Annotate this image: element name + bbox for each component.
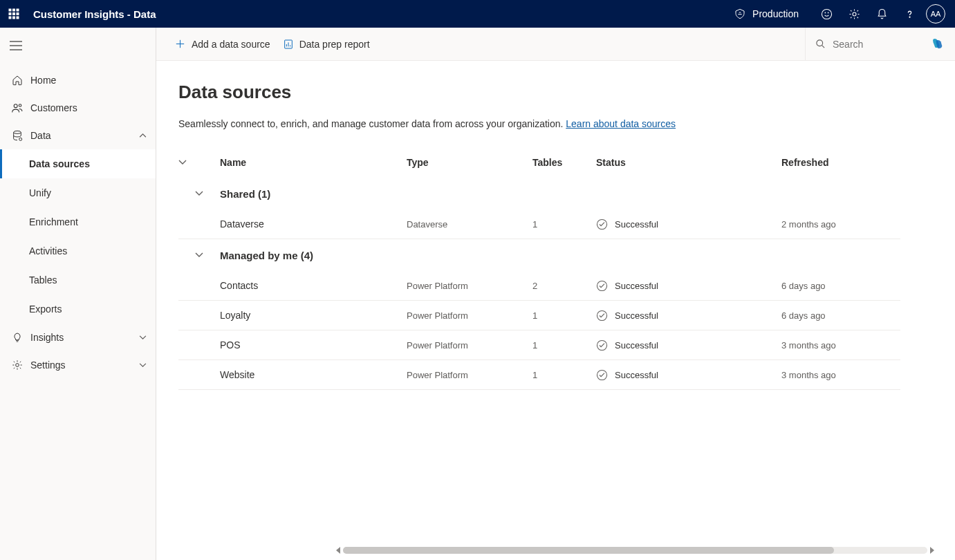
row-refreshed: 2 months ago — [781, 219, 900, 230]
svg-point-20 — [19, 138, 22, 140]
svg-rect-7 — [13, 17, 15, 19]
sidebar-toggle[interactable] — [10, 41, 24, 50]
column-expand-header[interactable] — [178, 160, 220, 165]
chevron-down-icon — [195, 191, 203, 196]
sidebar-subitem-unify[interactable]: Unify — [0, 178, 156, 207]
sidebar-label: Settings — [30, 360, 139, 371]
scroll-thumb[interactable] — [343, 547, 834, 554]
grid-row-pos[interactable]: POS Power Platform 1 Successful 3 months… — [178, 330, 900, 360]
command-bar: Add a data source Data prep report — [156, 28, 955, 61]
grid-row-dataverse[interactable]: Dataverse Dataverse 1 Successful 2 month… — [178, 209, 900, 239]
svg-point-19 — [14, 131, 21, 133]
environment-label: Production — [752, 8, 799, 19]
column-refreshed-header[interactable]: Refreshed — [781, 157, 900, 168]
sidebar-subitem-data-sources[interactable]: Data sources — [0, 149, 156, 178]
sidebar-subitem-enrichment[interactable]: Enrichment — [0, 207, 156, 236]
feedback-button[interactable] — [813, 0, 840, 28]
status-text: Successful — [615, 281, 658, 291]
check-circle-icon — [596, 339, 608, 351]
row-refreshed: 3 months ago — [781, 370, 900, 380]
svg-point-17 — [14, 104, 17, 108]
row-tables: 1 — [532, 219, 596, 230]
sidebar-subitem-exports[interactable]: Exports — [0, 295, 156, 324]
user-avatar[interactable]: AA — [926, 4, 945, 24]
row-type: Dataverse — [407, 219, 532, 230]
data-prep-report-label: Data prep report — [299, 39, 370, 50]
column-tables-header[interactable]: Tables — [532, 157, 596, 168]
svg-rect-4 — [13, 13, 15, 15]
chevron-down-icon — [139, 335, 147, 340]
grid-row-loyalty[interactable]: Loyalty Power Platform 1 Successful 6 da… — [178, 301, 900, 330]
svg-rect-3 — [9, 13, 11, 15]
sidebar-item-insights[interactable]: Insights — [0, 324, 156, 351]
row-name: Loyalty — [220, 310, 407, 321]
add-data-source-button[interactable]: Add a data source — [174, 38, 270, 50]
svg-rect-8 — [17, 17, 19, 19]
svg-point-10 — [825, 12, 826, 13]
sidebar-item-settings[interactable]: Settings — [0, 351, 156, 379]
sidebar-item-customers[interactable]: Customers — [0, 94, 156, 122]
status-text: Successful — [615, 370, 658, 380]
row-refreshed: 6 days ago — [781, 310, 900, 321]
row-status: Successful — [596, 310, 781, 321]
data-icon — [11, 130, 24, 141]
search-icon — [815, 39, 826, 49]
row-status: Successful — [596, 218, 781, 230]
check-circle-icon — [596, 218, 608, 230]
grid-row-website[interactable]: Website Power Platform 1 Successful 3 mo… — [178, 360, 900, 390]
data-sources-grid: Name Type Tables Status Refreshed Shared… — [178, 147, 900, 390]
row-type: Power Platform — [407, 310, 532, 321]
settings-button[interactable] — [840, 0, 868, 28]
sidebar-sublabel: Unify — [29, 187, 51, 198]
search-input[interactable] — [831, 38, 914, 50]
svg-rect-0 — [9, 9, 11, 11]
row-name: Website — [220, 369, 407, 380]
svg-rect-5 — [17, 13, 19, 15]
grid-row-contacts[interactable]: Contacts Power Platform 2 Successful 6 d… — [178, 271, 900, 301]
group-toggle[interactable] — [178, 191, 220, 196]
svg-point-18 — [19, 104, 21, 107]
horizontal-scrollbar[interactable] — [336, 545, 934, 556]
check-circle-icon — [596, 280, 608, 292]
environment-picker[interactable]: Production — [721, 8, 813, 19]
notifications-button[interactable] — [868, 0, 896, 28]
app-launcher-button[interactable] — [0, 0, 28, 28]
svg-point-13 — [909, 17, 910, 17]
search-box[interactable] — [806, 28, 923, 60]
smile-icon — [821, 8, 833, 20]
group-label: Managed by me (4) — [220, 250, 900, 261]
app-title: Customer Insights - Data — [33, 8, 156, 20]
sidebar-subitem-activities[interactable]: Activities — [0, 236, 156, 265]
sidebar-label: Data — [30, 130, 139, 141]
status-text: Successful — [615, 340, 658, 351]
svg-rect-6 — [9, 17, 11, 19]
grid-group-managed-by-me[interactable]: Managed by me (4) — [178, 239, 900, 271]
chevron-down-icon — [195, 252, 203, 258]
learn-more-link[interactable]: Learn about data sources — [566, 118, 676, 129]
svg-line-29 — [822, 45, 824, 48]
sidebar-subitem-tables[interactable]: Tables — [0, 265, 156, 295]
group-toggle[interactable] — [178, 252, 220, 258]
sidebar-item-home[interactable]: Home — [0, 66, 156, 94]
plus-icon — [174, 38, 186, 50]
sidebar-sublabel: Data sources — [29, 158, 90, 169]
row-status: Successful — [596, 280, 781, 292]
gear-icon — [11, 360, 24, 371]
sidebar-sublabel: Activities — [29, 245, 67, 256]
environment-icon — [734, 8, 745, 19]
column-type-header[interactable]: Type — [407, 157, 532, 168]
chevron-down-icon — [178, 160, 187, 165]
row-name: Contacts — [220, 280, 407, 291]
grid-group-shared[interactable]: Shared (1) — [178, 178, 900, 209]
row-name: Dataverse — [220, 218, 407, 230]
page-subtitle: Seamlessly connect to, enrich, and manag… — [178, 118, 955, 129]
home-icon — [11, 75, 24, 86]
column-status-header[interactable]: Status — [596, 157, 781, 168]
status-text: Successful — [615, 310, 658, 321]
data-prep-report-button[interactable]: Data prep report — [283, 39, 370, 50]
column-name-header[interactable]: Name — [220, 157, 407, 168]
help-button[interactable] — [896, 0, 923, 28]
sidebar-item-data[interactable]: Data — [0, 122, 156, 149]
copilot-button[interactable] — [923, 37, 951, 52]
chevron-up-icon — [139, 133, 147, 138]
